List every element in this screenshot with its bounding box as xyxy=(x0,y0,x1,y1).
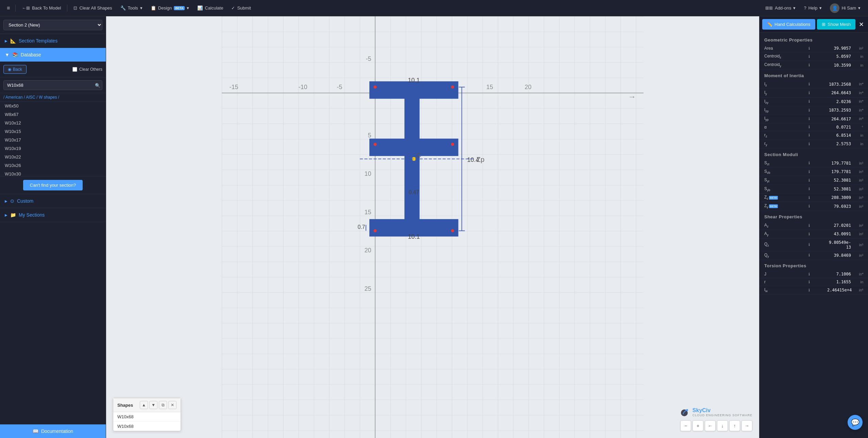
pan-left-button[interactable]: ← xyxy=(705,420,716,431)
izp-info-icon[interactable]: ℹ xyxy=(808,108,819,113)
iz-info-icon[interactable]: ℹ xyxy=(808,82,819,86)
skyciv-tagline: CLOUD ENGINEERING SOFTWARE xyxy=(692,414,752,417)
shape-list-item[interactable]: W10x15 xyxy=(0,127,106,136)
clear-others-label[interactable]: Clear Others xyxy=(72,67,102,72)
pan-up-button[interactable]: ↑ xyxy=(729,420,740,431)
my-sections-label: My Sections xyxy=(19,212,45,218)
help-button[interactable]: ? Help ▾ xyxy=(800,3,825,13)
show-mesh-button[interactable]: ⊞ Show Mesh xyxy=(817,19,855,30)
canvas-svg: → -15 -10 -5 5 10 15 20 5 10 15 20 25 -5 xyxy=(106,16,759,438)
qy-info-icon[interactable]: ℹ xyxy=(808,253,819,257)
section-templates-header[interactable]: ▶ 📐 Section Templates xyxy=(0,34,106,48)
prop-az: Az ℹ 27.0201 in² xyxy=(760,221,868,230)
right-panel-close-button[interactable]: ✕ xyxy=(857,19,865,30)
prop-izy: Izy ℹ 2.0236 in⁴ xyxy=(760,98,868,106)
pan-right-button[interactable]: → xyxy=(741,420,752,431)
shape-list-item[interactable]: W10x17 xyxy=(0,136,106,144)
my-sections-header[interactable]: ▶ 📁 My Sections xyxy=(0,208,106,222)
tools-button[interactable]: 🔧 Tools ▾ xyxy=(117,3,146,13)
documentation-button[interactable]: 📖 Documentation xyxy=(0,424,106,438)
zoom-in-button[interactable]: + xyxy=(692,420,703,431)
custom-chevron-icon: ▶ xyxy=(5,199,7,203)
shapes-copy-button[interactable]: ⧉ xyxy=(159,401,167,409)
szt-info-icon[interactable]: ℹ xyxy=(808,161,819,165)
shape-list-item[interactable]: W8x67 xyxy=(0,110,106,119)
prop-r: r ℹ 1.1655 in xyxy=(760,278,868,286)
pan-down-button[interactable]: ↓ xyxy=(717,420,728,431)
szb-info-icon[interactable]: ℹ xyxy=(808,170,819,174)
shapes-delete-button[interactable]: ✕ xyxy=(168,401,177,409)
user-menu[interactable]: 👤 Hi Sam ▾ xyxy=(827,1,864,15)
y-25-label: 25 xyxy=(365,285,371,292)
search-input[interactable] xyxy=(3,80,102,90)
control-point-bl xyxy=(373,86,377,89)
shapes-panel-item[interactable]: W10x68 xyxy=(113,422,181,431)
zoom-out-button[interactable]: − xyxy=(680,420,691,431)
az-info-icon[interactable]: ℹ xyxy=(808,223,819,228)
search-icon[interactable]: 🔍 xyxy=(95,83,100,88)
hand-calculations-button[interactable]: ✏️ Hand Calculations xyxy=(762,19,815,30)
y-5-label: 5 xyxy=(368,132,371,139)
iyp-info-icon[interactable]: ℹ xyxy=(808,117,819,121)
section-select-wrapper: Section 2 (New) xyxy=(0,16,106,34)
rz-info-icon[interactable]: ℹ xyxy=(808,133,819,137)
shapes-up-button[interactable]: ▲ xyxy=(140,401,148,409)
section-select[interactable]: Section 2 (New) xyxy=(3,20,102,30)
zy-info-icon[interactable]: ℹ xyxy=(808,204,819,208)
prop-qz: Qz ℹ 9.80549e-13 in³ xyxy=(760,239,868,251)
custom-header[interactable]: ▶ ⊙ Custom xyxy=(0,194,106,208)
r-info-icon[interactable]: ℹ xyxy=(808,280,819,284)
menu-button[interactable]: ≡ xyxy=(4,3,13,13)
ay-info-icon[interactable]: ℹ xyxy=(808,232,819,236)
submit-button[interactable]: ✓ Submit xyxy=(228,3,254,13)
bottom-flange xyxy=(375,87,453,93)
prop-rz: rz ℹ 6.8514 in xyxy=(760,131,868,140)
centroid-z-info-icon[interactable]: ℹ xyxy=(808,54,819,59)
shape-list-item[interactable]: W6x50 xyxy=(0,102,106,110)
clear-all-shapes-button[interactable]: ⊡ Clear All Shapes xyxy=(70,3,115,13)
skyciv-name: SkyCiv xyxy=(692,407,752,414)
j-info-icon[interactable]: ℹ xyxy=(808,272,819,276)
chat-bubble[interactable]: 💬 xyxy=(848,415,863,430)
shape-list[interactable]: W6x50W8x67W10x12W10x15W10x17W10x19W10x22… xyxy=(0,102,106,176)
centroid-label: C xyxy=(417,152,421,159)
main-layout: Section 2 (New) ▶ 📐 Section Templates ▼ … xyxy=(0,16,868,438)
zz-info-icon[interactable]: ℹ xyxy=(808,196,819,200)
shape-list-item[interactable]: W10x26 xyxy=(0,161,106,170)
addons-button[interactable]: ⊞⊞ Add-ons ▾ xyxy=(762,3,799,13)
syb-info-icon[interactable]: ℹ xyxy=(808,187,819,191)
shape-list-item[interactable]: W10x22 xyxy=(0,153,106,161)
back-button[interactable]: ◉ Back xyxy=(3,65,27,74)
web-lower xyxy=(410,93,414,144)
shape-list-item[interactable]: W10x12 xyxy=(0,119,106,127)
back-to-model-button[interactable]: ←⊞ Back To Model xyxy=(18,3,64,13)
design-button[interactable]: 📋 Design BETA ▾ xyxy=(147,3,193,13)
izy-info-icon[interactable]: ℹ xyxy=(808,99,819,104)
grid-icon: ⊞⊞ xyxy=(765,5,773,11)
control-point-mr xyxy=(451,143,454,146)
control-point-tr xyxy=(451,229,454,232)
area-info-icon[interactable]: ℹ xyxy=(808,46,819,51)
user-chevron-icon: ▾ xyxy=(858,5,861,11)
iy-info-icon[interactable]: ℹ xyxy=(808,91,819,95)
shape-list-item[interactable]: W10x30 xyxy=(0,170,106,176)
clear-others-checkbox[interactable] xyxy=(72,67,77,72)
centroid-y-info-icon[interactable]: ℹ xyxy=(808,63,819,67)
syt-info-icon[interactable]: ℹ xyxy=(808,178,819,183)
ry-info-icon[interactable]: ℹ xyxy=(808,142,819,146)
hamburger-icon: ≡ xyxy=(7,5,10,11)
prop-zy: ZyBETA ℹ 79.6923 in³ xyxy=(760,202,868,210)
shapes-down-button[interactable]: ▼ xyxy=(149,401,157,409)
properties-content: Geometric Properties Area ℹ 39.9057 in² … xyxy=(760,33,868,438)
iw-info-icon[interactable]: ℹ xyxy=(808,288,819,292)
calculate-button[interactable]: 📊 Calculate xyxy=(194,3,227,13)
eraser-icon: ⊡ xyxy=(73,5,77,11)
shapes-panel-item[interactable]: W10x68 xyxy=(113,412,181,422)
shape-list-item[interactable]: W10x19 xyxy=(0,144,106,153)
cant-find-button[interactable]: Can't find your section? xyxy=(23,180,83,190)
x-minus15-label: -15 xyxy=(230,84,238,90)
qz-info-icon[interactable]: ℹ xyxy=(808,242,819,247)
shapes-panel-header: Shapes ▲ ▼ ⧉ ✕ xyxy=(113,398,181,412)
database-header[interactable]: ▼ 📚 Database xyxy=(0,48,106,62)
alpha-info-icon[interactable]: ℹ xyxy=(808,125,819,129)
